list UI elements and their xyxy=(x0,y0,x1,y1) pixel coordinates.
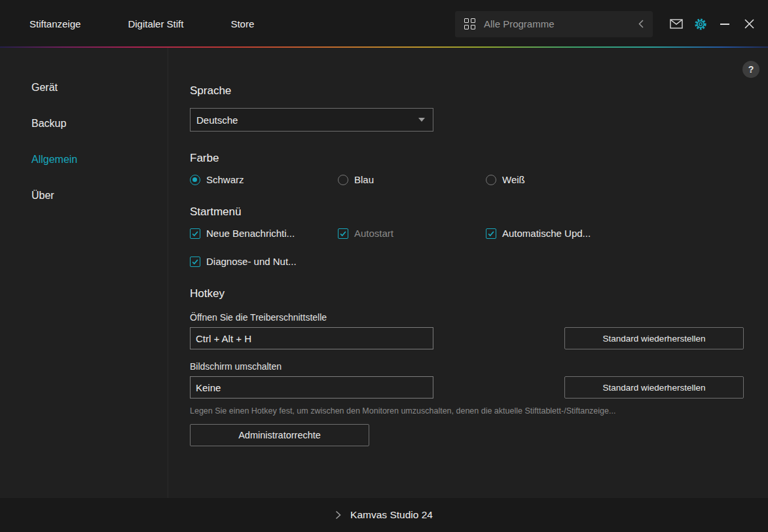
checkbox-label: Diagnose- und Nut... xyxy=(206,256,297,267)
help-button[interactable]: ? xyxy=(742,61,759,78)
sidebar-item-ueber[interactable]: Über xyxy=(31,190,168,202)
switch-screen-row: Standard wiederherstellen xyxy=(190,376,744,399)
sidebar-item-allgemein[interactable]: Allgemein xyxy=(31,154,168,166)
checkbox-checked[interactable] xyxy=(190,228,200,239)
tab-stiftanzeige[interactable]: Stiftanzeige xyxy=(29,18,81,29)
startmenu-heading: Startmenü xyxy=(190,205,744,219)
radio-label: Schwarz xyxy=(206,174,244,185)
sidebar-item-geraet[interactable]: Gerät xyxy=(31,82,168,94)
checkbox-new-notifications[interactable]: Neue Benachrichti... xyxy=(190,228,338,239)
startmenu-row-2: Diagnose- und Nut... xyxy=(190,256,744,267)
switch-screen-hotkey-input[interactable] xyxy=(190,376,433,399)
radio-schwarz[interactable]: Schwarz xyxy=(190,174,338,185)
radio-unselected-icon[interactable] xyxy=(338,175,348,185)
language-select[interactable]: Deutsche xyxy=(190,108,433,132)
sidebar: Gerät Backup Allgemein Über xyxy=(0,48,168,498)
tab-digitaler-stift[interactable]: Digitaler Stift xyxy=(128,18,183,29)
check-icon xyxy=(339,230,347,238)
sidebar-item-backup[interactable]: Backup xyxy=(31,118,168,130)
language-heading: Sprache xyxy=(190,84,744,98)
caret-down-icon xyxy=(418,118,425,122)
footer-bar: Kamvas Studio 24 xyxy=(0,498,768,532)
radio-unselected-icon[interactable] xyxy=(486,175,496,185)
body-area: Gerät Backup Allgemein Über ? Sprache De… xyxy=(0,48,768,498)
checkbox-checked[interactable] xyxy=(486,228,496,239)
all-programs-selector[interactable]: Alle Programme xyxy=(455,11,653,37)
checkbox-diagnostics[interactable]: Diagnose- und Nut... xyxy=(190,256,338,267)
check-icon xyxy=(191,258,199,266)
close-icon xyxy=(744,19,754,29)
checkbox-checked[interactable] xyxy=(338,228,348,239)
radio-label: Blau xyxy=(354,174,374,185)
checkbox-label: Automatische Upd... xyxy=(502,228,591,239)
open-driver-hotkey-input[interactable] xyxy=(190,327,433,349)
switch-screen-label: Bildschirm umschalten xyxy=(190,361,744,372)
hotkey-heading: Hotkey xyxy=(190,287,744,300)
minimize-icon xyxy=(720,24,729,25)
color-heading: Farbe xyxy=(190,152,744,165)
startmenu-row-1: Neue Benachrichti... Autostart Automatis… xyxy=(190,228,744,239)
restore-default-button-2[interactable]: Standard wiederherstellen xyxy=(564,376,744,399)
minimize-button[interactable] xyxy=(718,17,732,31)
top-tabs: Stiftanzeige Digitaler Stift Store xyxy=(29,18,254,29)
administrator-rights-button[interactable]: Administratorrechte xyxy=(190,424,369,446)
hotkey-hint-text: Legen Sie einen Hotkey fest, um zwischen… xyxy=(190,406,744,416)
checkbox-checked[interactable] xyxy=(190,257,200,267)
connected-device-name[interactable]: Kamvas Studio 24 xyxy=(350,509,433,521)
checkbox-label: Neue Benachrichti... xyxy=(206,228,295,239)
settings-button[interactable] xyxy=(693,17,708,31)
radio-weiss[interactable]: Weiß xyxy=(486,174,634,185)
radio-blau[interactable]: Blau xyxy=(338,174,486,185)
color-options: Schwarz Blau Weiß xyxy=(190,174,744,185)
checkbox-automatic-updates[interactable]: Automatische Upd... xyxy=(486,228,634,239)
top-bar: Stiftanzeige Digitaler Stift Store Alle … xyxy=(0,0,768,48)
mail-icon xyxy=(670,19,683,29)
main-content: ? Sprache Deutsche Farbe Schwarz Blau xyxy=(168,48,768,498)
tab-store[interactable]: Store xyxy=(230,18,254,29)
chevron-left-icon[interactable] xyxy=(638,20,644,28)
close-button[interactable] xyxy=(742,17,756,31)
open-driver-row: Standard wiederherstellen xyxy=(190,327,744,349)
radio-label: Weiß xyxy=(502,174,525,185)
checkbox-autostart[interactable]: Autostart xyxy=(338,228,486,239)
restore-default-button-1[interactable]: Standard wiederherstellen xyxy=(564,327,744,349)
radio-selected-icon[interactable] xyxy=(190,175,200,185)
check-icon xyxy=(191,230,199,238)
chevron-right-icon[interactable] xyxy=(335,510,341,520)
messages-button[interactable] xyxy=(669,17,684,31)
checkbox-label: Autostart xyxy=(354,228,393,239)
app-window: Stiftanzeige Digitaler Stift Store Alle … xyxy=(0,0,768,532)
grid-icon xyxy=(464,18,475,29)
open-driver-label: Öffnen Sie die Treiberschnittstelle xyxy=(190,312,744,323)
gear-icon xyxy=(694,18,707,31)
check-icon xyxy=(487,230,495,238)
topbar-right: Alle Programme xyxy=(455,11,756,37)
all-programs-label: Alle Programme xyxy=(484,18,630,29)
language-selected-value: Deutsche xyxy=(196,115,238,126)
